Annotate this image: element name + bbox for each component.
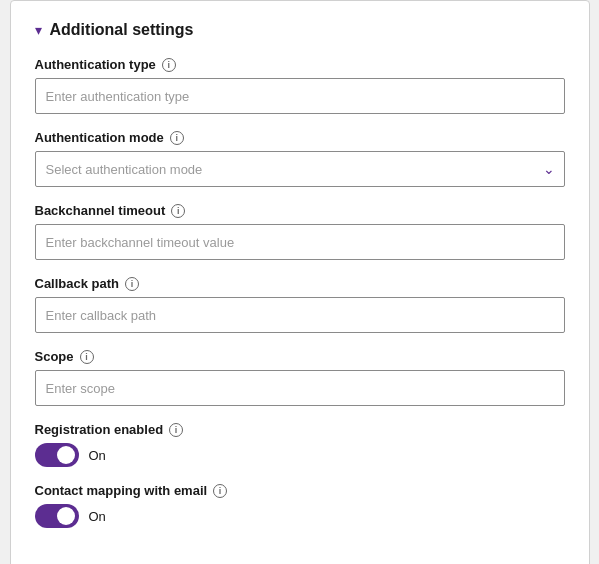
authentication-mode-group: Authentication mode i Select authenticat… [35,130,565,187]
collapse-chevron-icon[interactable]: ▾ [35,22,42,38]
authentication-type-input[interactable] [35,78,565,114]
registration-enabled-toggle[interactable] [35,443,79,467]
registration-enabled-value: On [89,448,106,463]
authentication-mode-label: Authentication mode i [35,130,565,145]
authentication-mode-select[interactable]: Select authentication mode [35,151,565,187]
registration-enabled-label: Registration enabled i [35,422,565,437]
contact-mapping-slider [35,504,79,528]
backchannel-timeout-label: Backchannel timeout i [35,203,565,218]
authentication-mode-select-wrapper: Select authentication mode ⌄ [35,151,565,187]
authentication-mode-info-icon[interactable]: i [170,131,184,145]
contact-mapping-group: Contact mapping with email i On [35,483,565,528]
scope-info-icon[interactable]: i [80,350,94,364]
scope-input[interactable] [35,370,565,406]
contact-mapping-toggle[interactable] [35,504,79,528]
callback-path-label: Callback path i [35,276,565,291]
authentication-type-label: Authentication type i [35,57,565,72]
backchannel-timeout-group: Backchannel timeout i [35,203,565,260]
contact-mapping-info-icon[interactable]: i [213,484,227,498]
scope-group: Scope i [35,349,565,406]
contact-mapping-toggle-group: On [35,504,565,528]
callback-path-group: Callback path i [35,276,565,333]
backchannel-timeout-input[interactable] [35,224,565,260]
scope-label: Scope i [35,349,565,364]
additional-settings-card: ▾ Additional settings Authentication typ… [10,0,590,564]
authentication-type-group: Authentication type i [35,57,565,114]
registration-enabled-slider [35,443,79,467]
authentication-type-info-icon[interactable]: i [162,58,176,72]
contact-mapping-label: Contact mapping with email i [35,483,565,498]
callback-path-input[interactable] [35,297,565,333]
registration-enabled-group: Registration enabled i On [35,422,565,467]
registration-enabled-toggle-group: On [35,443,565,467]
callback-path-info-icon[interactable]: i [125,277,139,291]
section-header: ▾ Additional settings [35,21,565,39]
registration-enabled-info-icon[interactable]: i [169,423,183,437]
contact-mapping-value: On [89,509,106,524]
backchannel-timeout-info-icon[interactable]: i [171,204,185,218]
section-title: Additional settings [50,21,194,39]
